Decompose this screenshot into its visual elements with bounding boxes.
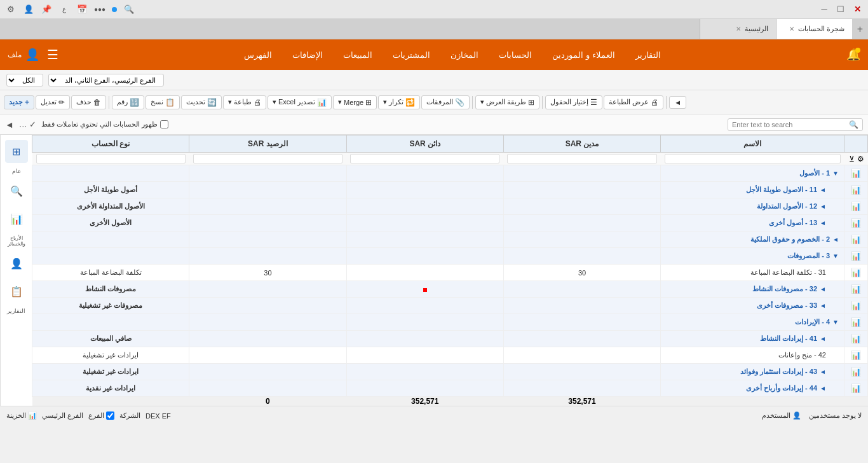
filter-name-input[interactable] <box>665 154 841 163</box>
sidebar-icon-pnl[interactable]: 📊 <box>5 207 28 230</box>
nav-link-additions[interactable]: الإضافات <box>288 48 327 62</box>
group-name-link[interactable]: 4 - الإيرادات <box>795 318 830 326</box>
nav-link-accounts[interactable]: الحسابات <box>495 48 536 62</box>
nav-profile[interactable]: 👤 ملف <box>8 48 39 62</box>
row-chart-icon[interactable]: 📊 <box>844 347 868 364</box>
number-button[interactable]: 🔢 رقم <box>112 95 144 109</box>
sidebar-icon-reports[interactable]: 📋 <box>5 280 28 303</box>
company-checkbox[interactable]: الشركة <box>119 411 140 420</box>
merge-button[interactable]: ⊞ Merge ▾ <box>333 95 377 109</box>
notification-bell-icon[interactable]: 🔔 <box>846 48 860 62</box>
expand-toggle[interactable]: ▼ <box>832 319 839 326</box>
filter-settings-icon[interactable]: ⚙ <box>857 155 864 163</box>
group-name-link[interactable]: 32 - مصروفات النشاط <box>752 285 817 293</box>
group-name-link[interactable]: 41 - إيرادات النشاط <box>760 335 817 342</box>
print-button[interactable]: 🖨 طباعة ▾ <box>223 95 266 109</box>
copy-button[interactable]: 📋 نسخ <box>146 95 180 109</box>
row-chart-icon[interactable]: 📊 <box>844 232 868 248</box>
nav-link-reports[interactable]: التقارير <box>632 48 665 62</box>
row-chart-icon[interactable]: 📊 <box>844 215 868 232</box>
filter-debit-input[interactable] <box>507 154 656 163</box>
group-name-link[interactable]: 2 - الخصوم و حقوق الملكية <box>750 235 830 243</box>
expand-toggle[interactable]: ◄ <box>820 203 826 210</box>
window-minimize-icon[interactable]: ─ <box>818 4 830 15</box>
select-fields-button[interactable]: ☰ إختيار الحقول <box>545 95 602 109</box>
group-name-link[interactable]: 1 - الأصول <box>799 169 830 177</box>
branch-checkbox[interactable]: الفرع <box>88 411 114 420</box>
filter-balance-input[interactable] <box>193 154 342 163</box>
sidebar-icon-grid[interactable]: ⊞ <box>5 140 28 163</box>
update-button[interactable]: 🔄 تحديث <box>181 95 222 109</box>
display-method-button[interactable]: ⊞ طريقة العرض ▾ <box>475 95 539 109</box>
expand-toggle[interactable]: ◄ <box>820 219 826 226</box>
attachments-button[interactable]: 📎 المرفقات <box>421 95 470 109</box>
edit-button[interactable]: ✏ تعديل <box>36 95 70 109</box>
print-view-button[interactable]: 🖨 عرض الطباعة <box>604 95 663 109</box>
user-status[interactable]: 👤 المستخدم <box>762 411 801 420</box>
collapse-icon[interactable]: ◄ <box>5 120 14 130</box>
expand-toggle[interactable]: ◄ <box>820 385 826 392</box>
filter-type-input[interactable] <box>36 154 186 163</box>
excel-export-button[interactable]: 📊 تصدير Excel ▾ <box>268 95 332 109</box>
nav-link-warehouses[interactable]: المخازن <box>447 48 482 62</box>
expand-toggle[interactable]: ▼ <box>832 170 839 177</box>
filter-funnel-icon[interactable]: ⊻ <box>849 155 855 163</box>
repeat-button[interactable]: 🔁 تكرار ▾ <box>378 95 420 109</box>
group-name-link[interactable]: 3 - المصروفات <box>787 252 830 259</box>
row-chart-icon[interactable]: 📊 <box>844 165 868 182</box>
expand-toggle[interactable]: ◄ <box>820 286 826 293</box>
row-chart-icon[interactable]: 📊 <box>844 314 868 331</box>
nav-link-purchases[interactable]: المشتريات <box>389 48 434 62</box>
row-chart-icon[interactable]: 📊 <box>844 198 868 215</box>
sidebar-icon-search[interactable]: 🔍 <box>5 179 28 202</box>
filter-credit-input[interactable] <box>350 154 499 163</box>
row-chart-icon[interactable]: 📊 <box>844 281 868 298</box>
tab-accounts-tree-close[interactable]: ✕ <box>789 25 794 32</box>
branch-selector[interactable]: الفرع الرئيسي، الفرع الثاني، الد <box>48 74 164 86</box>
group-name-link[interactable]: 33 - مصروفات أخرى <box>757 301 817 309</box>
row-chart-icon[interactable]: 📊 <box>844 248 868 265</box>
group-name-link[interactable]: 43 - إيرادات استثمار وفوائد <box>740 368 817 375</box>
nav-link-customers[interactable]: العملاء و الموردين <box>548 48 618 62</box>
tab-home[interactable]: الرئيسية ✕ <box>700 19 776 39</box>
dots-menu[interactable]: ✓ … <box>19 120 36 129</box>
expand-toggle[interactable]: ◄ <box>820 368 826 375</box>
user-icon[interactable]: 👤 <box>23 4 34 15</box>
settings-icon[interactable]: ⚙ <box>5 4 17 15</box>
filter-checkbox[interactable] <box>160 120 168 128</box>
calendar-icon[interactable]: 📅 <box>76 4 88 15</box>
sidebar-icon-user[interactable]: 👤 <box>5 252 28 275</box>
lang-icon[interactable]: ع <box>58 4 70 15</box>
expand-toggle[interactable]: ◄ <box>820 335 826 342</box>
group-name-link[interactable]: 11 - الاصول طويلة الأجل <box>746 186 817 193</box>
filter-checkbox-label[interactable]: ظهور الحسابات التي تحتوي تعاملات فقط <box>41 120 168 128</box>
pin-icon[interactable]: 📌 <box>41 4 52 15</box>
window-close-icon[interactable]: ✕ <box>851 4 863 15</box>
expand-left-button[interactable]: ◄ <box>669 96 686 109</box>
delete-button[interactable]: 🗑 حذف <box>71 95 106 109</box>
expand-toggle[interactable]: ◄ <box>820 302 826 309</box>
nav-link-sales[interactable]: المبيعات <box>339 48 376 62</box>
row-chart-icon[interactable]: 📊 <box>844 265 868 281</box>
group-name-link[interactable]: 12 - الأصول المتداولة <box>757 202 817 210</box>
expand-toggle[interactable]: ◄ <box>832 236 839 243</box>
row-chart-icon[interactable]: 📊 <box>844 182 868 198</box>
expand-toggle[interactable]: ◄ <box>820 186 826 193</box>
tab-home-close[interactable]: ✕ <box>736 25 741 32</box>
row-chart-icon[interactable]: 📊 <box>844 364 868 380</box>
search-app-icon[interactable]: 🔍 <box>123 4 135 15</box>
tab-accounts-tree[interactable]: شجرة الحسابات ✕ <box>776 19 852 39</box>
row-chart-icon[interactable]: 📊 <box>844 298 868 314</box>
row-chart-icon[interactable]: 📊 <box>844 380 868 397</box>
expand-toggle[interactable]: ▼ <box>832 252 839 259</box>
filter-selector[interactable]: الكل <box>6 74 43 86</box>
group-name-link[interactable]: 44 - إيرادات وأرباح أخرى <box>746 384 817 392</box>
search-input[interactable] <box>732 121 846 128</box>
window-maximize-icon[interactable]: ☐ <box>835 4 846 15</box>
group-name-link[interactable]: 13 - أصول أخرى <box>769 219 817 226</box>
branch-check-input[interactable] <box>106 411 114 420</box>
new-button[interactable]: + جديد <box>4 95 34 109</box>
hamburger-menu-icon[interactable]: ☰ <box>47 47 58 62</box>
row-chart-icon[interactable]: 📊 <box>844 331 868 347</box>
tab-add-button[interactable]: + <box>852 19 868 39</box>
